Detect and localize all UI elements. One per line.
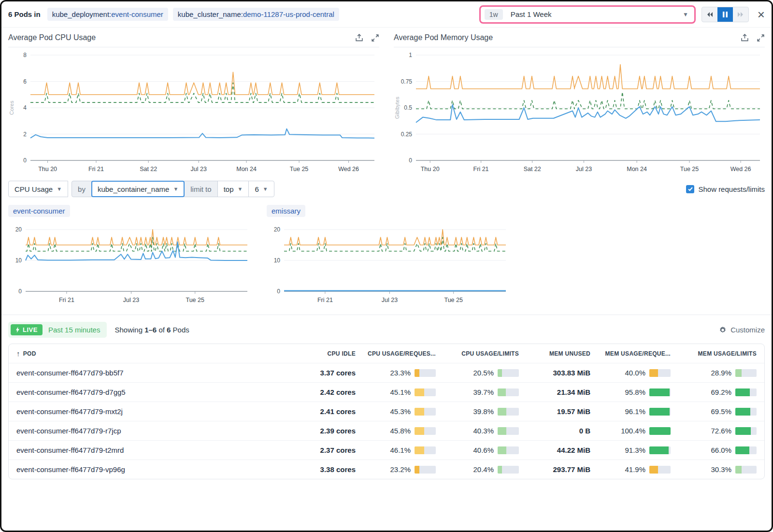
usage-bar — [415, 427, 436, 435]
query-controls: CPU Usage▼ by kube_container_name▼ limit… — [1, 174, 772, 197]
table-row[interactable]: event-consumer-ff6477d79-r7jcp2.39 cores… — [9, 421, 764, 440]
time-range-selector[interactable]: Past 1 Week — [511, 10, 683, 18]
svg-text:0: 0 — [277, 288, 280, 295]
memory-usage-chart[interactable]: 00.250.50.751Thu 20Fri 21Sat 22Jul 23Mon… — [394, 49, 765, 174]
customize-label: Customize — [730, 326, 765, 334]
top-select[interactable]: top▼ — [217, 181, 249, 197]
svg-text:0.5: 0.5 — [404, 104, 412, 111]
svg-text:Jul 23: Jul 23 — [576, 166, 592, 173]
event-consumer-chart[interactable]: 01020Fri 21Jul 23Tue 25 — [8, 224, 252, 305]
svg-text:Jul 23: Jul 23 — [123, 297, 139, 303]
pod-name[interactable]: event-consumer-ff6477d79-bb5f7 — [16, 369, 301, 377]
pause-button[interactable] — [717, 7, 733, 22]
usage-bar — [498, 427, 519, 435]
cpu-idle-value: 3.37 cores — [301, 369, 356, 377]
time-range-highlight-annotation: 1w Past 1 Week ▼ — [479, 5, 696, 24]
table-row[interactable]: event-consumer-ff6477d79-mxt2j2.41 cores… — [9, 402, 764, 421]
top-count-value: 6 — [255, 185, 258, 193]
svg-text:Tue 25: Tue 25 — [444, 297, 463, 303]
usage-bar — [649, 388, 671, 396]
chevron-down-icon[interactable]: ▼ — [683, 11, 688, 18]
column-header-pod[interactable]: ↑ POD — [16, 349, 301, 358]
pod-name[interactable]: event-consumer-ff6477d79-d7gg5 — [16, 388, 301, 396]
usage-bar — [498, 369, 519, 377]
usage-metric-cell: 40.3% — [436, 427, 519, 435]
emissary-chart-block: emissary 01020Fri 21Jul 23Tue 25 — [267, 205, 511, 305]
top-count-select[interactable]: 6▼ — [248, 181, 274, 197]
usage-bar — [649, 408, 671, 416]
container-label-event-consumer[interactable]: event-consumer — [8, 205, 70, 217]
export-icon[interactable] — [741, 34, 749, 42]
export-icon[interactable] — [355, 34, 363, 42]
pods-count-label: 6 Pods in — [8, 10, 41, 18]
close-icon[interactable]: × — [758, 8, 765, 21]
usage-metric-cell: 45.1% — [356, 388, 436, 396]
column-header-cpu-usage-limits[interactable]: CPU USAGE/LIMITS — [436, 350, 519, 357]
usage-percent: 39.7% — [473, 388, 494, 396]
group-by-select[interactable]: kube_container_name▼ — [91, 181, 185, 197]
svg-text:8: 8 — [23, 52, 27, 58]
column-header-mem-usage-requests[interactable]: MEM USAGE/REQUE... — [590, 350, 671, 357]
tag-key: kube_deployment: — [52, 10, 112, 18]
usage-metric-cell: 23.3% — [356, 369, 436, 377]
svg-text:4: 4 — [23, 104, 27, 111]
cpu-idle-value: 2.42 cores — [301, 388, 356, 396]
usage-percent: 23.2% — [390, 465, 411, 474]
pod-name[interactable]: event-consumer-ff6477d79-t2mrd — [16, 446, 301, 454]
usage-metric-cell: 20.5% — [436, 369, 519, 377]
tag-kube-cluster-name[interactable]: kube_cluster_name:demo-11287-us-prod-cen… — [173, 8, 339, 21]
usage-metric-cell: 28.9% — [671, 369, 757, 377]
memory-chart-panel: Average Pod Memory Usage 00.250.50.751Th… — [394, 33, 765, 174]
table-header: ↑ POD CPU IDLE CPU USAGE/REQUES... CPU U… — [9, 344, 764, 363]
container-label-emissary[interactable]: emissary — [267, 205, 305, 217]
show-requests-limits-checkbox[interactable]: Show requests/limits — [686, 185, 765, 193]
pod-name[interactable]: event-consumer-ff6477d79-r7jcp — [16, 427, 301, 435]
usage-metric-cell: 69.5% — [671, 407, 757, 416]
mem-unused-value: 19.57 MiB — [519, 407, 590, 416]
column-header-cpu-usage-requests[interactable]: CPU USAGE/REQUES... — [356, 350, 436, 357]
mem-unused-value: 0 B — [519, 427, 590, 435]
fullscreen-icon[interactable] — [757, 34, 765, 42]
pods-table-body: event-consumer-ff6477d79-bb5f73.37 cores… — [9, 363, 764, 479]
metric-select[interactable]: CPU Usage▼ — [8, 181, 68, 197]
cpu-idle-value: 2.41 cores — [301, 407, 356, 416]
pod-name[interactable]: event-consumer-ff6477d79-vp96g — [16, 465, 301, 474]
svg-text:0: 0 — [18, 288, 22, 295]
mem-unused-value: 293.77 MiB — [519, 465, 590, 474]
tag-kube-deployment[interactable]: kube_deployment:event-consumer — [47, 8, 168, 21]
usage-percent: 69.5% — [711, 407, 731, 416]
checkbox-label: Show requests/limits — [698, 185, 765, 193]
svg-text:10: 10 — [15, 257, 22, 264]
rewind-button[interactable] — [702, 7, 717, 22]
column-header-cpu-idle[interactable]: CPU IDLE — [301, 350, 356, 357]
mem-unused-value: 44.22 MiB — [519, 446, 590, 454]
usage-bar — [735, 408, 757, 416]
table-row[interactable]: event-consumer-ff6477d79-t2mrd2.37 cores… — [9, 440, 764, 460]
live-range-label: Past 15 minutes — [48, 326, 100, 334]
column-header-mem-unused[interactable]: MEM UNUSED — [519, 350, 590, 357]
emissary-chart[interactable]: 01020Fri 21Jul 23Tue 25 — [267, 224, 511, 305]
fullscreen-icon[interactable] — [371, 34, 379, 42]
svg-text:0.75: 0.75 — [401, 78, 413, 85]
customize-button[interactable]: Customize — [719, 326, 765, 334]
cpu-usage-chart[interactable]: 02468Thu 20Fri 21Sat 22Jul 23Mon 24Tue 2… — [8, 49, 379, 174]
usage-percent: 28.9% — [711, 369, 731, 377]
live-toggle[interactable]: LIVE Past 15 minutes — [8, 322, 107, 338]
svg-text:Fri 21: Fri 21 — [317, 297, 333, 303]
table-row[interactable]: event-consumer-ff6477d79-vp96g3.38 cores… — [9, 460, 764, 479]
table-row[interactable]: event-consumer-ff6477d79-d7gg52.42 cores… — [9, 382, 764, 402]
column-header-mem-usage-limits[interactable]: MEM USAGE/LIMITS — [671, 350, 757, 357]
fast-forward-icon — [737, 12, 744, 17]
usage-bar — [649, 427, 671, 435]
checkbox-checked-icon — [686, 185, 694, 193]
svg-text:Jul 23: Jul 23 — [382, 297, 398, 303]
usage-bar — [735, 446, 757, 454]
mem-unused-value: 21.34 MiB — [519, 388, 590, 396]
cpu-chart-title: Average Pod CPU Usage — [8, 33, 96, 42]
usage-bar — [735, 427, 757, 435]
by-label: by — [72, 181, 92, 197]
table-row[interactable]: event-consumer-ff6477d79-bb5f73.37 cores… — [9, 363, 764, 382]
metric-select-value: CPU Usage — [14, 185, 53, 193]
fast-forward-button[interactable] — [733, 7, 748, 22]
pod-name[interactable]: event-consumer-ff6477d79-mxt2j — [16, 407, 301, 416]
